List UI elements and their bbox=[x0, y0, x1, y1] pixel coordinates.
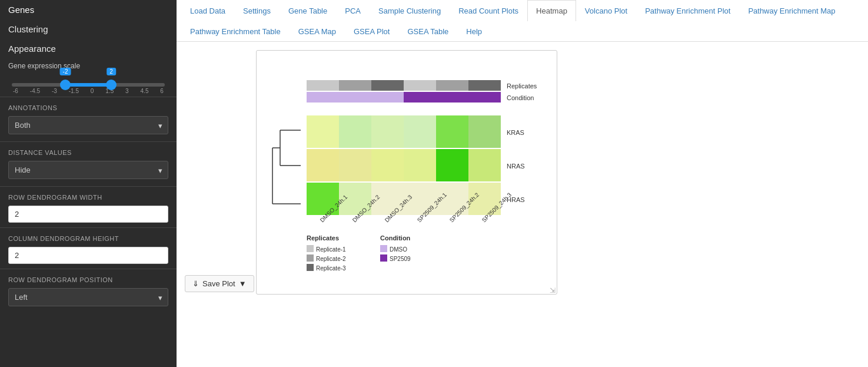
col-dendro-height-label: Column dendrogram height bbox=[8, 235, 168, 242]
tab-gsea-map[interactable]: GSEA Map bbox=[290, 21, 345, 42]
save-dropdown-icon: ▼ bbox=[239, 279, 247, 288]
col-dendro-height-section: Column dendrogram height bbox=[0, 227, 177, 269]
tab-gsea-plot[interactable]: GSEA Plot bbox=[345, 21, 398, 42]
slider-right-value: 2 bbox=[107, 68, 116, 75]
main-panel: Load Data Settings Gene Table PCA Sample… bbox=[177, 0, 868, 367]
distance-section: Distance values Hide Show bbox=[0, 141, 177, 186]
annotation-condition-label: Condition bbox=[507, 94, 534, 101]
annotation-replicates-label: Replicates bbox=[507, 82, 537, 90]
legend-rep3-label: Replicate-3 bbox=[316, 265, 346, 272]
tab-load-data[interactable]: Load Data bbox=[181, 0, 234, 21]
legend-rep1-swatch bbox=[307, 245, 314, 252]
legend-rep3-swatch bbox=[307, 264, 314, 271]
row-dendro-width-label: Row dendrogram width bbox=[8, 194, 168, 201]
tab-settings[interactable]: Settings bbox=[234, 0, 280, 21]
col-dendro-height-input[interactable] bbox=[8, 247, 168, 264]
distance-select-wrapper: Hide Show bbox=[8, 161, 168, 179]
resize-handle[interactable]: ⇲ bbox=[550, 287, 556, 293]
row-dendro-width-section: Row dendrogram width bbox=[0, 186, 177, 227]
cell-kras-4 bbox=[404, 115, 436, 148]
cell-nras-5 bbox=[436, 149, 468, 181]
bottom-replicates-title: Replicates bbox=[307, 234, 339, 242]
cell-nras-3 bbox=[371, 149, 404, 181]
tab-pathway-enrichment-plot[interactable]: Pathway Enrichment Plot bbox=[636, 0, 739, 21]
cell-nras-6 bbox=[468, 149, 501, 181]
main-content: ⇓ Save Plot ▼ bbox=[177, 42, 868, 367]
row-dendro-width-input[interactable] bbox=[8, 206, 168, 223]
slider-ticks: -6-4.5-3-1.501.534.56 bbox=[12, 88, 165, 94]
tab-help[interactable]: Help bbox=[457, 21, 491, 42]
cell-nras-2 bbox=[339, 149, 371, 181]
sidebar-clustering-header[interactable]: Clustering bbox=[0, 19, 177, 39]
row-label-kras: KRAS bbox=[507, 129, 524, 136]
gene-expression-scale-section: Gene expression scale -2 2 -6-4.5-3-1.50… bbox=[0, 58, 177, 97]
annot-rep1-col1 bbox=[307, 80, 339, 91]
legend-cond-dmso-label: DMSO bbox=[390, 246, 407, 253]
row-dendro-pos-wrapper: Left Right bbox=[8, 288, 168, 306]
annotations-label: Annotations bbox=[8, 104, 168, 111]
cell-kras-6 bbox=[468, 115, 501, 148]
tab-pca[interactable]: PCA bbox=[336, 0, 370, 21]
cell-nras-1 bbox=[307, 149, 339, 181]
annotations-select[interactable]: Both Rows Columns None bbox=[8, 116, 168, 134]
cell-kras-3 bbox=[371, 115, 404, 148]
legend-cond-sp2509-label: SP2509 bbox=[390, 256, 411, 262]
slider-right-thumb[interactable]: 2 bbox=[106, 80, 117, 90]
annot-rep2-col2 bbox=[339, 80, 371, 91]
row-dendrogram bbox=[272, 130, 301, 204]
bottom-condition-title: Condition bbox=[380, 234, 411, 242]
legend-cond-sp2509-swatch bbox=[380, 254, 387, 262]
row-dendro-pos-section: Row dendrogram position Left Right bbox=[0, 269, 177, 313]
legend-rep1-label: Replicate-1 bbox=[316, 246, 346, 253]
annot-rep3-col6 bbox=[468, 80, 501, 91]
save-plot-label: Save Plot bbox=[202, 279, 235, 288]
cell-kras-2 bbox=[339, 115, 371, 148]
annot-cond-sp2509 bbox=[404, 92, 501, 103]
tab-read-count-plots[interactable]: Read Count Plots bbox=[450, 0, 527, 21]
tab-pathway-enrichment-table[interactable]: Pathway Enrichment Table bbox=[181, 21, 290, 42]
tab-sample-clustering[interactable]: Sample Clustering bbox=[370, 0, 450, 21]
legend-cond-dmso-swatch bbox=[380, 245, 387, 252]
cell-nras-4 bbox=[404, 149, 436, 181]
row-dendro-pos-label: Row dendrogram position bbox=[8, 276, 168, 283]
slider-left-thumb[interactable]: -2 bbox=[60, 80, 71, 90]
heatmap-svg: Replicates Condition KRAS bbox=[262, 57, 551, 286]
gene-expression-scale-label: Gene expression scale bbox=[8, 62, 168, 70]
tab-heatmap[interactable]: Heatmap bbox=[527, 0, 576, 21]
nav-tabs: Load Data Settings Gene Table PCA Sample… bbox=[177, 0, 868, 42]
slider-left-value: -2 bbox=[60, 68, 71, 75]
cell-kras-1 bbox=[307, 115, 339, 148]
annotations-select-wrapper: Both Rows Columns None bbox=[8, 116, 168, 134]
save-icon: ⇓ bbox=[192, 279, 199, 288]
legend-rep2-label: Replicate-2 bbox=[316, 256, 346, 262]
tab-volcano-plot[interactable]: Volcano Plot bbox=[576, 0, 636, 21]
legend-rep2-swatch bbox=[307, 254, 314, 262]
annot-rep3-col3 bbox=[371, 80, 404, 91]
save-plot-button[interactable]: ⇓ Save Plot ▼ bbox=[185, 275, 254, 292]
sidebar-genes-header[interactable]: Genes bbox=[0, 0, 177, 19]
distance-label: Distance values bbox=[8, 149, 168, 156]
annot-rep2-col5 bbox=[436, 80, 468, 91]
annotations-section: Annotations Both Rows Columns None bbox=[0, 97, 177, 141]
tab-gsea-table[interactable]: GSEA Table bbox=[398, 21, 457, 42]
heatmap-plot-area: Replicates Condition KRAS bbox=[256, 50, 557, 295]
annot-cond-dmso bbox=[307, 92, 404, 103]
cell-kras-5 bbox=[436, 115, 468, 148]
row-dendro-pos-select[interactable]: Left Right bbox=[8, 288, 168, 306]
sidebar-appearance-header[interactable]: Appearance bbox=[0, 39, 177, 58]
tab-gene-table[interactable]: Gene Table bbox=[280, 0, 336, 21]
annot-rep1-col4 bbox=[404, 80, 436, 91]
distance-select[interactable]: Hide Show bbox=[8, 161, 168, 179]
tab-pathway-enrichment-map[interactable]: Pathway Enrichment Map bbox=[739, 0, 844, 21]
row-label-nras: NRAS bbox=[507, 163, 525, 170]
sidebar: Genes Clustering Appearance Gene express… bbox=[0, 0, 177, 367]
